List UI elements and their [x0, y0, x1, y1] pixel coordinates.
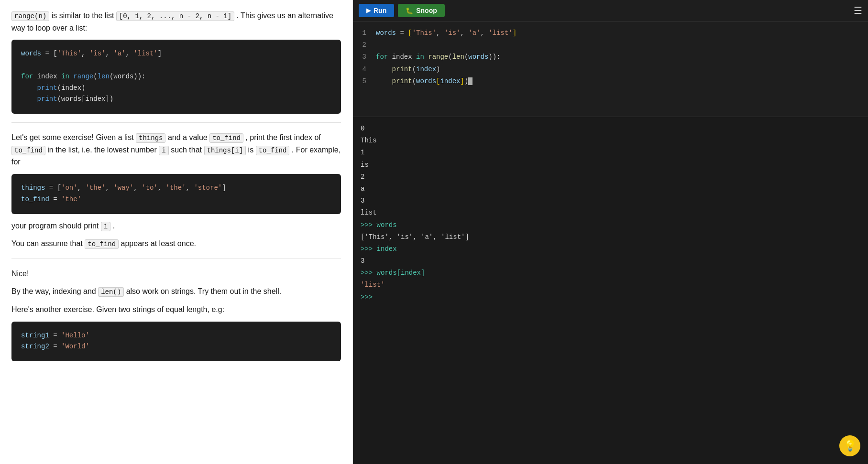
exercise-intro: Let's get some exercise! Given a list: [11, 133, 136, 141]
also-work-text: also work on strings. Try them out in th…: [126, 287, 282, 295]
nice-text: Nice!: [11, 270, 29, 278]
your-program-text: your program should print: [11, 222, 101, 230]
intro-paragraph: range(n) is similar to the list [0, 1, 2…: [11, 10, 341, 34]
by-the-way-paragraph: By the way, indexing and len() also work…: [11, 285, 341, 298]
snoop-button[interactable]: Snoop: [398, 4, 445, 17]
editor-area[interactable]: 1 2 3 4 5 words = ['This', 'is', 'a', 'l…: [353, 22, 868, 117]
in-the-list: in the list, i.e. the lowest number: [47, 146, 159, 154]
output-line-2: 1: [361, 147, 860, 159]
code-block-3: string1 = 'Hello' string2 = 'World': [11, 322, 341, 362]
left-panel: range(n) is similar to the list [0, 1, 2…: [0, 0, 353, 464]
divider-2: [11, 259, 341, 259]
to-find-code-2: to_find: [11, 146, 45, 155]
output-index-value: 3: [361, 255, 860, 267]
output-prompt-final: >>>: [361, 291, 860, 303]
snoop-label: Snoop: [416, 7, 437, 14]
top-bar: Run Snoop ☰: [353, 0, 868, 22]
output-prompt-words: >>> words: [361, 219, 860, 231]
assume-paragraph: You can assume that to_find appears at l…: [11, 237, 341, 250]
i-code: i: [159, 146, 168, 155]
code-block-2: things = ['on', 'the', 'way', 'to', 'the…: [11, 174, 341, 214]
output-line-0: 0: [361, 123, 860, 135]
output-prompt-index: >>> index: [361, 243, 860, 255]
is-text: is: [248, 146, 256, 154]
line-numbers: 1 2 3 4 5: [353, 27, 372, 111]
nice-paragraph: Nice!: [11, 268, 341, 280]
output-line-6: 3: [361, 195, 860, 207]
output-area[interactable]: 0 This 1 is 2 a 3 list >>> words ['This'…: [353, 117, 868, 464]
editor-line-5: print(words[index]): [376, 76, 864, 87]
another-exercise-text: Here's another exercise. Given two strin…: [11, 305, 224, 313]
run-label: Run: [374, 7, 386, 14]
things-i-code: things[i]: [204, 146, 246, 155]
output-line-3: is: [361, 159, 860, 171]
exercise-rest: , print the first index of: [245, 133, 320, 141]
another-exercise-paragraph: Here's another exercise. Given two strin…: [11, 303, 341, 316]
editor-line-3: for index in range(len(words)):: [376, 51, 864, 63]
and-a-value: and a value: [168, 133, 209, 141]
editor-cursor: [468, 77, 472, 85]
intro-text: is similar to the list: [52, 11, 116, 20]
output-line-7: list: [361, 207, 860, 219]
hint-button[interactable]: 💡: [839, 435, 860, 456]
len-code: len(): [98, 287, 124, 297]
list-example-code: [0, 1, 2, ..., n - 2, n - 1]: [116, 11, 234, 21]
output-words-index-value: 'list': [361, 279, 860, 291]
editor-line-2: [376, 39, 864, 51]
to-find-code-3: to_find: [256, 146, 290, 155]
code-block-1: words = ['This', 'is', 'a', 'list'] for …: [11, 40, 341, 114]
such-that: such that: [171, 146, 204, 154]
appears-text: appears at least once.: [121, 239, 196, 248]
to-find-code-4: to_find: [85, 239, 119, 249]
output-prompt-words-index: >>> words[index]: [361, 267, 860, 279]
output-line-5: a: [361, 183, 860, 195]
one-code: 1: [101, 222, 110, 231]
code-content[interactable]: words = ['This', 'is', 'a', 'list'] for …: [372, 27, 868, 111]
things-code: things: [136, 133, 165, 143]
run-button[interactable]: Run: [359, 4, 394, 17]
editor-line-1: words = ['This', 'is', 'a', 'list']: [376, 27, 864, 39]
menu-icon[interactable]: ☰: [854, 5, 862, 16]
exercise-paragraph: Let's get some exercise! Given a list th…: [11, 131, 341, 168]
period: .: [113, 222, 115, 230]
output-line-4: 2: [361, 171, 860, 183]
assume-text: You can assume that: [11, 239, 85, 248]
output-line-1: This: [361, 135, 860, 147]
your-program-paragraph: your program should print 1 .: [11, 220, 341, 232]
by-the-way-text: By the way, indexing and: [11, 287, 98, 295]
editor-line-4: print(index): [376, 64, 864, 76]
output-words-value: ['This', 'is', 'a', 'list']: [361, 231, 860, 243]
to-find-code-1: to_find: [209, 133, 243, 143]
divider-1: [11, 122, 341, 123]
range-n-code: range(n): [11, 11, 49, 21]
right-panel: Run Snoop ☰ 1 2 3 4 5 words = ['This', '…: [353, 0, 868, 464]
